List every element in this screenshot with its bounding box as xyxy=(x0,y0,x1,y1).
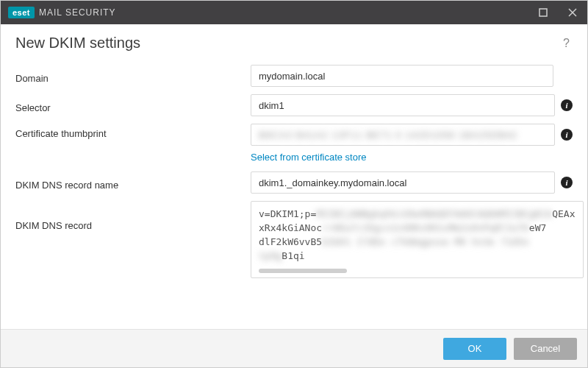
row-selector: Selector i xyxy=(15,94,573,116)
label-dkim-dns-record: DKIM DNS record xyxy=(15,201,251,231)
brand: eset MAIL SECURITY xyxy=(8,7,116,18)
label-dkim-dns-record-name: DKIM DNS record name xyxy=(15,175,251,191)
dkim-record-line-2: xRx4kGiANocr+HEw7c3Xgcn1n40Kx9H1vMm2s0nP… xyxy=(259,222,576,236)
certificate-thumbprint-value: B8CA3 B41A2 13F11 BE71 0 142D1058 1BA25D… xyxy=(259,130,517,141)
dkim-record-text: B1qi xyxy=(282,250,304,261)
dkim-record-line-3: dlF2kW6vvB5bIb01 I7dEe cTk8mgpose M0 hn3… xyxy=(259,236,576,263)
dkim-dns-record-name-input[interactable] xyxy=(251,171,555,194)
product-name: MAIL SECURITY xyxy=(39,7,116,18)
page-header: New DKIM settings ? xyxy=(15,35,573,52)
label-certificate-thumbprint: Certificate thumbprint xyxy=(15,124,251,139)
page-title: New DKIM settings xyxy=(15,35,140,52)
titlebar: eset MAIL SECURITY xyxy=(1,1,587,24)
ok-button[interactable]: OK xyxy=(443,338,506,360)
label-selector: Selector xyxy=(15,98,251,113)
maximize-icon xyxy=(539,8,548,17)
certificate-thumbprint-field[interactable]: B8CA3 B41A2 13F11 BE71 0 142D1058 1BA25D… xyxy=(251,124,555,146)
dkim-dns-record-box[interactable]: v=DKIM1;p=MIIBIjANBgkqhkiG9w0BAQEFAAOCAQ… xyxy=(251,201,584,278)
dkim-record-text: xRx4kGiANoc xyxy=(259,222,322,233)
dkim-record-blur: r+HEw7c3Xgcn1n40Kx9H1vMm2s0nPq8l3uT6 xyxy=(322,222,529,233)
info-icon[interactable]: i xyxy=(561,99,573,111)
window-close-button[interactable] xyxy=(558,1,587,24)
label-domain: Domain xyxy=(15,68,251,84)
scrollbar-thumb[interactable] xyxy=(259,269,347,273)
dkim-record-text: QEAx xyxy=(552,208,575,219)
dkim-record-blur: MIIBIjANBgkqhkiG9w0BAQEFAAOCAQ8AMIIBCgKC… xyxy=(316,208,552,219)
window-maximize-button[interactable] xyxy=(528,1,558,24)
select-from-certificate-store-link[interactable]: Select from certificate store xyxy=(251,150,367,164)
brand-badge: eset xyxy=(8,7,35,18)
dialog-footer: OK Cancel xyxy=(1,329,587,367)
svg-rect-0 xyxy=(539,9,547,16)
row-dkim-dns-record: DKIM DNS record v=DKIM1;p=MIIBIjANBgkqhk… xyxy=(15,201,573,278)
cancel-button[interactable]: Cancel xyxy=(514,338,577,360)
dkim-record-line-1: v=DKIM1;p=MIIBIjANBgkqhkiG9w0BAQEFAAOCAQ… xyxy=(259,208,576,222)
dialog-content: New DKIM settings ? Domain Selector i Ce… xyxy=(1,24,587,329)
row-domain: Domain xyxy=(15,65,573,87)
domain-input[interactable] xyxy=(251,65,553,87)
dkim-record-text: v=DKIM1;p= xyxy=(259,208,316,219)
help-icon[interactable]: ? xyxy=(560,35,573,52)
dkim-record-text: eW7 xyxy=(529,222,546,233)
info-icon[interactable]: i xyxy=(561,129,573,141)
close-icon xyxy=(568,8,577,17)
row-certificate-thumbprint: Certificate thumbprint B8CA3 B41A2 13F11… xyxy=(15,124,573,164)
selector-input[interactable] xyxy=(251,94,555,116)
horizontal-scrollbar[interactable] xyxy=(259,267,576,275)
dkim-record-text: dlF2kW6vvB5 xyxy=(259,236,322,247)
row-dkim-dns-record-name: DKIM DNS record name i xyxy=(15,171,573,194)
info-icon[interactable]: i xyxy=(561,177,573,188)
